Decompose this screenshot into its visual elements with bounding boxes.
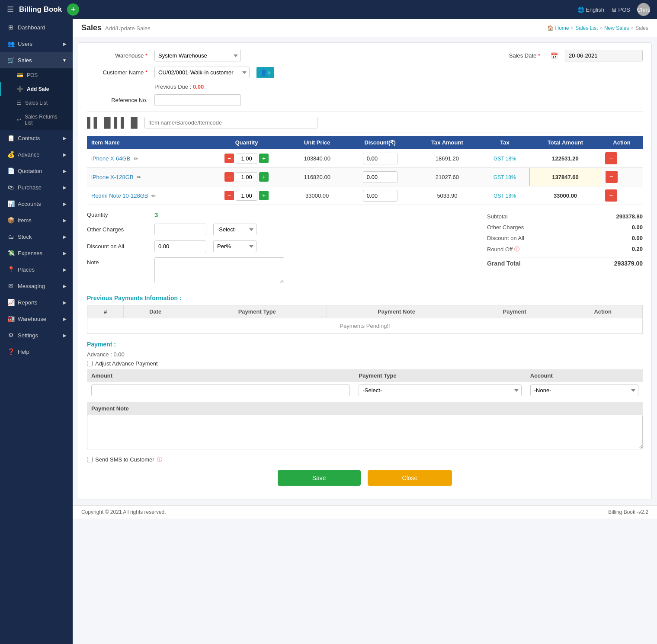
sidebar-subitem-label: POS [27,72,38,78]
sms-info-icon[interactable]: ⓘ [157,456,162,463]
sidebar-item-sales-list[interactable]: ☰ Sales List [0,96,73,110]
edit-icon[interactable]: ✏ [134,156,138,162]
breadcrumb-home[interactable]: Home [555,25,569,31]
qty-plus-button[interactable]: + [259,172,269,182]
table-row: iPhone X-128GB ✏ − + 116820.00 21027.60 … [87,168,643,186]
edit-icon[interactable]: ✏ [151,193,156,199]
payments-table: # Date Payment Type Payment Note Payment… [87,305,643,334]
sidebar-item-accounts[interactable]: 📊 Accounts ▶ [0,195,73,212]
qty-plus-button[interactable]: + [259,154,269,163]
save-button[interactable]: Save [278,470,361,486]
discount-on-all-input[interactable] [154,240,206,252]
customer-select[interactable]: CU/02/0001-Walk-in customer [154,67,250,78]
adjust-advance-checkbox[interactable] [87,361,93,366]
barcode-input[interactable] [144,117,317,128]
discount-on-all-type-select[interactable]: Per%Fixed [213,240,256,252]
sidebar-item-help[interactable]: ❓ Help [0,343,73,360]
add-new-button[interactable]: + [67,3,79,16]
note-textarea[interactable] [154,257,284,283]
qty-input[interactable] [236,191,257,201]
sidebar-item-settings[interactable]: ⚙ Settings ▶ [0,327,73,343]
subtotal-label: Subtotal [487,213,508,220]
qty-input[interactable] [236,172,257,182]
payment-section-title: Payment : [87,341,643,348]
sidebar-item-purchase[interactable]: 🛍 Purchase ▶ [0,179,73,195]
send-sms-checkbox[interactable] [87,457,93,462]
qty-minus-button[interactable]: − [224,154,234,163]
col-quantity: Quantity [204,136,289,149]
other-charges-type-select[interactable]: -Select-FixedPer% [213,224,256,235]
sidebar-item-items[interactable]: 📦 Items ▶ [0,212,73,228]
settings-icon: ⚙ [7,332,14,339]
sidebar-item-warehouse[interactable]: 🏭 Warehouse ▶ [0,311,73,327]
sidebar-item-label: Expenses [18,250,42,256]
payment-account-select[interactable]: -None-CashBank [530,384,638,396]
sales-icon: 🛒 [7,57,14,64]
sidebar-item-label: Stock [18,234,32,240]
discount-input[interactable] [363,190,397,202]
sidebar-item-stock[interactable]: 🗂 Stock ▶ [0,228,73,245]
warehouse-select[interactable]: System Warehouse [154,50,241,61]
avatar[interactable]: Chris [637,3,650,16]
delete-row-button[interactable]: − [605,152,617,164]
payment-note-textarea[interactable] [87,415,643,449]
hamburger-icon[interactable]: ☰ [7,5,14,14]
discount-input[interactable] [363,153,397,164]
col-unit-price: Unit Price [289,136,346,149]
sidebar-item-pos[interactable]: 💳 POS [0,68,73,82]
close-button[interactable]: Close [368,470,452,486]
sidebar-item-dashboard[interactable]: ⊞ Dashboard [0,19,73,35]
qty-input[interactable] [236,154,257,163]
sidebar-item-add-sale[interactable]: ➕ Add Sale [0,82,73,96]
breadcrumb-new-sales[interactable]: New Sales [604,25,629,31]
payment-type-select[interactable]: -Select-CashCardBank Transfer [359,384,521,396]
sidebar-item-sales-returns[interactable]: ↩ Sales Returns List [0,110,73,130]
item-name-link[interactable]: iPhone X-64GB [91,155,130,162]
sidebar-item-advance[interactable]: 💰 Advance ▶ [0,146,73,163]
quantity-display-row: Quantity 3 [87,211,474,218]
reference-input[interactable] [154,94,241,106]
payment-note-section: Payment Note [87,402,643,451]
qty-ctrl: − + [208,191,285,201]
page-header: Sales Add/Update Sales 🏠 Home » Sales Li… [73,19,657,37]
app-body: ⊞ Dashboard 👥 Users ▶ 🛒 Sales ▼ 💳 POS ➕ … [0,19,657,644]
edit-icon[interactable]: ✏ [137,174,141,180]
payment-amount-input[interactable] [91,384,350,396]
pos-link[interactable]: 🖥 POS [611,6,630,13]
add-customer-button[interactable]: 👤+ [256,67,274,78]
sidebar-item-label: Help [18,349,29,355]
qty-plus-button[interactable]: + [259,191,269,200]
delete-row-button[interactable]: − [605,189,617,202]
other-charges-input[interactable] [154,224,206,235]
col-tax: Tax [480,136,530,149]
sidebar-item-reports[interactable]: 📈 Reports ▶ [0,294,73,311]
sidebar-item-quotation[interactable]: 📄 Quotation ▶ [0,163,73,179]
item-name-link[interactable]: Redmi Note 10-128GB [91,192,148,199]
barcode-icon: ▌▌▐▌▌▌▐▌ [87,117,141,128]
send-sms-row: Send SMS to Customer ⓘ [87,456,643,463]
total-cell: 122531.20 [530,149,601,168]
sidebar-item-places[interactable]: 📍 Places ▶ [0,261,73,278]
sidebar-item-contacts[interactable]: 📋 Contacts ▶ [0,130,73,146]
item-name-link[interactable]: iPhone X-128GB [91,174,134,180]
delete-row-button[interactable]: − [606,171,618,183]
chevron-right-icon: ▶ [63,185,67,190]
qty-minus-button[interactable]: − [224,191,234,200]
discount-input[interactable] [363,171,397,183]
language-selector[interactable]: 🌐 English [577,6,604,13]
sales-date-input[interactable] [565,50,643,61]
chevron-right-icon: ▶ [63,234,67,239]
sidebar-item-messaging[interactable]: ✉ Messaging ▶ [0,278,73,294]
sidebar-item-sales[interactable]: 🛒 Sales ▼ [0,52,73,68]
chevron-down-icon: ▼ [62,58,67,63]
sidebar-item-users[interactable]: 👥 Users ▶ [0,35,73,52]
payment-note-header: Payment Note [87,402,643,415]
breadcrumb-sales-list[interactable]: Sales List [575,25,598,31]
qty-minus-button[interactable]: − [224,172,234,182]
sidebar-item-expenses[interactable]: 💸 Expenses ▶ [0,245,73,261]
pay-col-payment: Payment [466,305,563,318]
info-icon[interactable]: ⓘ [514,246,519,253]
bottom-left: Quantity 3 Other Charges -Select-FixedPe… [87,211,474,288]
payments-section-title: Previous Payments Information : [87,295,643,301]
col-item-name: Item Name [87,136,204,149]
